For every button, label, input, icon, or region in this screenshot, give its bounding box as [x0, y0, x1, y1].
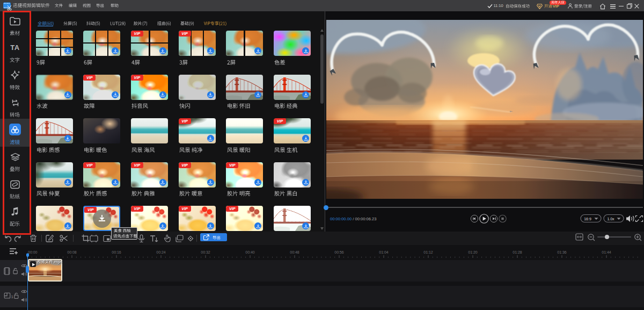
svg-text:01:36: 01:36	[557, 250, 567, 254]
svg-text:00:08: 00:08	[67, 250, 77, 254]
svg-text:01:04: 01:04	[379, 250, 389, 254]
svg-text:00:16: 00:16	[112, 250, 121, 254]
svg-text:00:56: 00:56	[334, 250, 344, 254]
svg-text:00:00: 00:00	[28, 250, 38, 254]
svg-text:00:48: 00:48	[290, 250, 299, 254]
svg-text:16:9: 16:9	[584, 217, 591, 221]
svg-text:1: 1	[11, 294, 14, 299]
svg-text:00:32: 00:32	[201, 250, 210, 254]
svg-text:01:28: 01:28	[513, 250, 522, 254]
svg-text:01:44: 01:44	[602, 250, 611, 254]
svg-text:1.0x: 1.0x	[607, 217, 614, 221]
svg-text:01:20: 01:20	[468, 250, 478, 254]
svg-text:01:12: 01:12	[423, 250, 433, 254]
svg-text:00:24: 00:24	[156, 250, 166, 254]
svg-text:00:40: 00:40	[245, 250, 255, 254]
